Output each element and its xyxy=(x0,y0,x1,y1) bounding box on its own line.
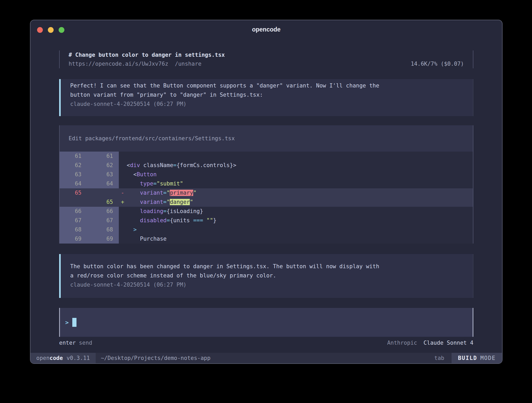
session-title: # Change button color to danger in setti… xyxy=(69,50,464,59)
diff-change-marker xyxy=(119,179,127,188)
app-name-open: open xyxy=(36,355,50,361)
diff-change-marker: + xyxy=(119,198,127,207)
code-token: " xyxy=(167,190,170,196)
code-token: = xyxy=(163,190,167,196)
diff-code-line: type="submit" xyxy=(127,179,473,188)
code-token: Purchase xyxy=(140,236,167,242)
diff-new-line-number: 69 xyxy=(87,234,119,244)
diff-code-line: variant="primary" xyxy=(127,188,473,198)
working-directory: ~/Desktop/Projects/demo-notes-app xyxy=(101,353,211,363)
diff-new-line-number xyxy=(87,188,119,198)
code-token: {isLoading} xyxy=(167,208,203,214)
diff-old-line-number: 66 xyxy=(60,207,87,216)
status-bar: opencode v0.3.11 ~/Desktop/Projects/demo… xyxy=(30,353,502,363)
main-content: # Change button color to danger in setti… xyxy=(30,38,502,353)
code-token: disabled xyxy=(140,217,167,224)
mode-badge[interactable]: BUILD MODE xyxy=(452,353,502,363)
code-token: = xyxy=(163,199,167,205)
zoom-window-icon[interactable] xyxy=(59,27,64,33)
share-url-link[interactable]: https://opencode.ai/s/UwJxv76z xyxy=(69,59,168,68)
code-token: < xyxy=(127,171,137,178)
code-token xyxy=(127,180,140,187)
message-line: The button color has been changed to dan… xyxy=(70,262,473,271)
diff-code-line: > xyxy=(127,225,473,234)
diff-new-line-number: 63 xyxy=(87,170,119,179)
diff-old-line-number: 64 xyxy=(60,179,87,188)
text-cursor xyxy=(72,318,76,327)
code-token: " xyxy=(193,190,197,196)
diff-row: 6363 <Button xyxy=(60,170,473,179)
assistant-message: The button color has been changed to dan… xyxy=(59,254,473,298)
code-token: = xyxy=(173,162,177,168)
diff-old-line-number: 62 xyxy=(60,161,87,170)
model-name: Claude Sonnet 4 xyxy=(423,340,473,346)
code-token: = xyxy=(153,180,157,187)
code-token: === xyxy=(193,217,203,224)
diff-new-line-number: 64 xyxy=(87,179,119,188)
code-token xyxy=(127,199,140,205)
code-token: = xyxy=(167,217,170,224)
mode-badge-mode: MODE xyxy=(480,355,496,361)
code-token: variant xyxy=(140,199,163,205)
minimize-window-icon[interactable] xyxy=(48,27,54,33)
diff-new-line-number: 66 xyxy=(87,207,119,216)
mode-badge-build: BUILD xyxy=(458,355,477,361)
app-version: v0.3.11 xyxy=(66,355,90,361)
diff-row: 6868 > xyxy=(60,225,473,234)
diff-new-line-number: 65 xyxy=(87,198,119,207)
diff-code-line: <Button xyxy=(127,170,473,179)
diff-old-line-number: 61 xyxy=(60,152,87,161)
tab-key-hint: tab xyxy=(427,353,452,363)
diff-row: 6161 xyxy=(60,152,473,161)
diff-row: 6262<div className={formCs.controls}> xyxy=(60,161,473,170)
close-window-icon[interactable] xyxy=(37,27,43,33)
diff-change-marker xyxy=(119,225,127,234)
diff-row: 65+ variant="danger" xyxy=(60,198,473,207)
code-token: < xyxy=(127,162,130,168)
prompt-symbol: > xyxy=(65,319,69,326)
code-token: primary xyxy=(170,190,193,196)
context-usage-stats: 14.6K/7% ($0.07) xyxy=(411,59,464,68)
diff-old-line-number: 68 xyxy=(60,225,87,234)
code-token: {units xyxy=(170,217,193,224)
send-action-hint: send xyxy=(79,339,92,347)
diff-row: 65- variant="primary" xyxy=(60,188,473,198)
message-model-timestamp: claude-sonnet-4-20250514 (06:27 PM) xyxy=(70,280,473,290)
code-token: > xyxy=(133,226,137,233)
diff-code-line xyxy=(127,152,473,161)
diff-row: 6666 loading={isLoading} xyxy=(60,207,473,216)
diff-new-line-number: 67 xyxy=(87,216,119,225)
opencode-window: opencode # Change button color to danger… xyxy=(30,20,503,364)
diff-old-line-number xyxy=(60,198,87,207)
diff-change-marker xyxy=(119,234,127,244)
message-line: Perfect! I can see that the Button compo… xyxy=(70,81,473,90)
diff-code-line: disabled={units === ""} xyxy=(127,216,473,225)
code-token xyxy=(127,190,140,196)
title-bar: opencode xyxy=(30,20,502,38)
diff-code-line: <div className={formCs.controls}> xyxy=(127,161,473,170)
enter-key-hint: enter xyxy=(59,339,76,347)
app-name-code: code xyxy=(50,355,63,361)
code-token: type xyxy=(140,180,154,187)
code-token: "" xyxy=(207,217,213,224)
diff-row: 6969 Purchase xyxy=(60,234,473,244)
code-token xyxy=(127,226,133,233)
message-line: button variant from "primary" to "danger… xyxy=(70,90,473,100)
diff-change-marker xyxy=(119,216,127,225)
code-token: className xyxy=(140,162,173,168)
model-info: Anthropic Claude Sonnet 4 xyxy=(387,339,473,347)
diff-old-line-number: 69 xyxy=(60,234,87,244)
diff-change-marker xyxy=(119,161,127,170)
diff-new-line-number: 61 xyxy=(87,152,119,161)
code-token: loading xyxy=(140,208,163,214)
prompt-input[interactable]: > xyxy=(59,308,473,337)
code-token: = xyxy=(163,208,167,214)
code-token: {formCs.controls}> xyxy=(177,162,237,168)
diff-code-line: variant="danger" xyxy=(127,198,473,207)
code-token: "submit" xyxy=(157,180,183,187)
edit-tool-card: Edit packages/frontend/src/containers/Se… xyxy=(59,125,473,244)
code-token: } xyxy=(213,217,217,224)
code-token xyxy=(127,236,140,242)
diff-change-marker xyxy=(119,152,127,161)
unshare-command[interactable]: /unshare xyxy=(175,59,201,68)
